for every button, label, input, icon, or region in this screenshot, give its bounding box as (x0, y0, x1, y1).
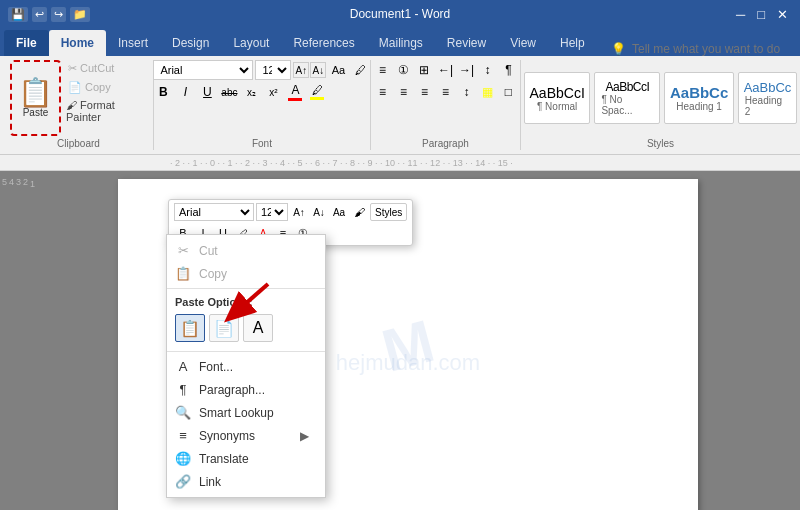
style-normal[interactable]: AaBbCcI ¶ Normal (524, 72, 590, 124)
ctx-font[interactable]: A Font... (167, 355, 325, 378)
increase-indent-btn[interactable]: →| (456, 60, 476, 80)
format-painter-button[interactable]: 🖌 Format Painter (63, 98, 147, 124)
mini-clear-formatting-btn[interactable]: Aa (330, 203, 348, 221)
paragraph-label: Paragraph (371, 138, 520, 150)
paste-merge-btn[interactable]: 📄 (209, 314, 239, 342)
sort-btn[interactable]: ↕ (477, 60, 497, 80)
tab-help[interactable]: Help (548, 30, 597, 56)
ctx-synonyms-label: Synonyms (199, 429, 255, 443)
redo-icon[interactable]: ↪ (51, 7, 66, 22)
superscript-btn[interactable]: x² (263, 82, 283, 102)
tab-layout[interactable]: Layout (221, 30, 281, 56)
numbering-btn[interactable]: ① (393, 60, 413, 80)
ctx-paste-label: Paste Options: (175, 296, 253, 308)
align-center-btn[interactable]: ≡ (393, 82, 413, 102)
mini-styles-btn[interactable]: Styles (370, 203, 407, 221)
maximize-btn[interactable]: □ (753, 7, 769, 22)
tab-file[interactable]: File (4, 30, 49, 56)
ctx-paragraph[interactable]: ¶ Paragraph... (167, 378, 325, 401)
highlight-btn[interactable]: 🖊 (350, 60, 370, 80)
ctx-link[interactable]: 🔗 Link (167, 470, 325, 493)
paragraph-group: ≡ ① ⊞ ←| →| ↕ ¶ ≡ ≡ ≡ ≡ ↕ ▦ □ Paragraph (371, 60, 521, 150)
ctx-translate[interactable]: 🌐 Translate (167, 447, 325, 470)
mini-toolbar-row1: Arial 12 A↑ A↓ Aa 🖌 Styles (174, 203, 407, 221)
tab-insert[interactable]: Insert (106, 30, 160, 56)
ctx-smart-lookup[interactable]: 🔍 Smart Lookup (167, 401, 325, 424)
tab-design[interactable]: Design (160, 30, 221, 56)
decrease-indent-btn[interactable]: ←| (435, 60, 455, 80)
align-left-btn[interactable]: ≡ (372, 82, 392, 102)
underline-btn[interactable]: U (197, 82, 217, 102)
mini-size-select[interactable]: 12 (256, 203, 288, 221)
tab-mailings[interactable]: Mailings (367, 30, 435, 56)
mini-decrease-font-btn[interactable]: A↓ (310, 203, 328, 221)
ctx-copy-label: Copy (199, 267, 227, 281)
ctx-cut[interactable]: ✂ Cut (167, 239, 325, 262)
justify-btn[interactable]: ≡ (435, 82, 455, 102)
paste-keep-source-btn[interactable]: 📋 (175, 314, 205, 342)
tab-view[interactable]: View (498, 30, 548, 56)
ctx-link-label: Link (199, 475, 221, 489)
mini-font-select[interactable]: Arial (174, 203, 254, 221)
clipboard-small-buttons: ✂ CutCut 📄 Copy 🖌 Format Painter (63, 60, 147, 136)
minimize-btn[interactable]: ─ (732, 7, 749, 22)
multilevel-list-btn[interactable]: ⊞ (414, 60, 434, 80)
lightbulb-icon: 💡 (611, 42, 626, 56)
highlight-color-btn[interactable]: 🖊 (307, 82, 327, 102)
margin-ruler: 1 2 3 4 5 (0, 171, 35, 195)
bold-btn[interactable]: B (153, 82, 173, 102)
line-spacing-btn[interactable]: ↕ (456, 82, 476, 102)
watermark-text: hejmudan.com (336, 350, 480, 376)
paste-icon: 📋 (18, 79, 53, 107)
clear-formatting-btn[interactable]: Aa (328, 60, 348, 80)
style-heading2[interactable]: AaBbCc Heading 2 (738, 72, 797, 124)
subscript-btn[interactable]: x₂ (241, 82, 261, 102)
show-marks-btn[interactable]: ¶ (498, 60, 518, 80)
tab-review[interactable]: Review (435, 30, 498, 56)
window-controls: ─ □ ✕ (732, 7, 792, 22)
context-menu: ✂ Cut 📋 Copy Paste Options: 📋 📄 A (166, 234, 326, 498)
ctx-font-icon: A (175, 359, 191, 374)
text-color-btn[interactable]: A (285, 82, 305, 102)
paragraph-group-content: ≡ ① ⊞ ←| →| ↕ ¶ ≡ ≡ ≡ ≡ ↕ ▦ □ (372, 60, 518, 150)
doc-page[interactable]: M hejmudan.com Arial 12 A↑ A↓ Aa 🖌 Style… (16, 171, 800, 510)
quick-access-toolbar: 💾 ↩ ↪ 📁 (8, 7, 90, 22)
align-right-btn[interactable]: ≡ (414, 82, 434, 102)
save-icon[interactable]: 💾 (8, 7, 28, 22)
ctx-font-label: Font... (199, 360, 233, 374)
paste-text-only-btn[interactable]: A (243, 314, 273, 342)
style-no-spacing[interactable]: AaBbCcI ¶ No Spac... (594, 72, 660, 124)
page-content[interactable]: M hejmudan.com Arial 12 A↑ A↓ Aa 🖌 Style… (118, 179, 698, 510)
copy-button[interactable]: 📄 Copy (63, 79, 147, 96)
ctx-synonyms[interactable]: ≡ Synonyms ▶ (167, 424, 325, 447)
strikethrough-btn[interactable]: abc (219, 82, 239, 102)
style-heading1[interactable]: AaBbCc Heading 1 (664, 72, 733, 124)
bullets-btn[interactable]: ≡ (372, 60, 392, 80)
tab-home[interactable]: Home (49, 30, 106, 56)
mini-increase-font-btn[interactable]: A↑ (290, 203, 308, 221)
left-margin: 1 2 3 4 5 (0, 171, 16, 510)
mini-format-paint-btn[interactable]: 🖌 (350, 203, 368, 221)
ctx-cut-label: Cut (199, 244, 218, 258)
font-size-select[interactable]: 12 10 14 16 (255, 60, 291, 80)
font-family-select[interactable]: Arial Times New Roman Calibri (153, 60, 253, 80)
cut-button[interactable]: ✂ CutCut (63, 60, 147, 77)
ctx-copy[interactable]: 📋 Copy (167, 262, 325, 285)
tab-references[interactable]: References (281, 30, 366, 56)
shading-btn[interactable]: ▦ (477, 82, 497, 102)
decrease-font-btn[interactable]: A↓ (310, 62, 326, 78)
ctx-paragraph-label: Paragraph... (199, 383, 265, 397)
clipboard-label: Clipboard (4, 138, 153, 150)
undo-icon[interactable]: ↩ (32, 7, 47, 22)
tell-me-input[interactable] (632, 42, 792, 56)
ctx-smart-lookup-icon: 🔍 (175, 405, 191, 420)
open-icon[interactable]: 📁 (70, 7, 90, 22)
italic-btn[interactable]: I (175, 82, 195, 102)
borders-btn[interactable]: □ (498, 82, 518, 102)
paste-button[interactable]: 📋 Paste (10, 60, 61, 136)
ribbon-tabs: File Home Insert Design Layout Reference… (0, 28, 800, 56)
increase-font-btn[interactable]: A↑ (293, 62, 309, 78)
font-group-content: Arial Times New Roman Calibri 12 10 14 1… (153, 60, 370, 150)
close-btn[interactable]: ✕ (773, 7, 792, 22)
ctx-translate-label: Translate (199, 452, 249, 466)
